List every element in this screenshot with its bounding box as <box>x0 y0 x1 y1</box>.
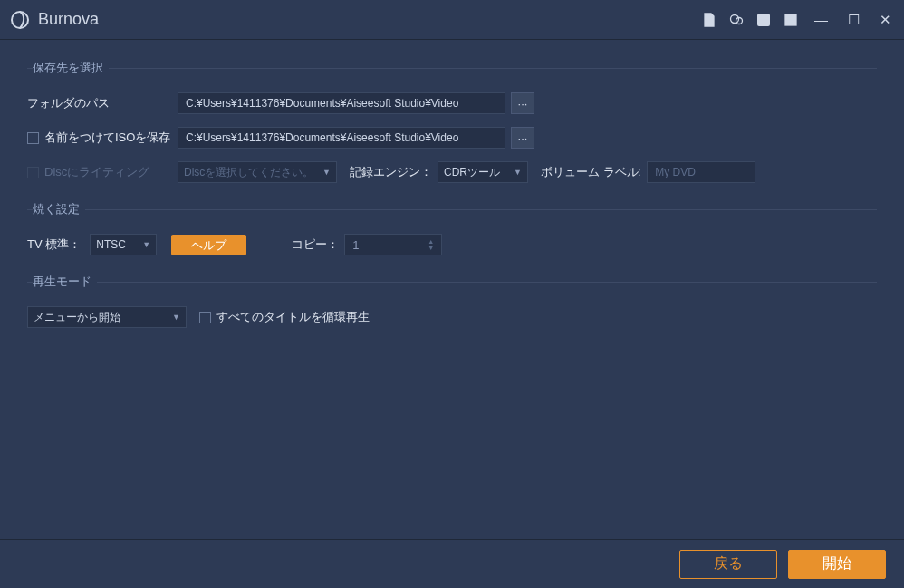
disc-select[interactable]: Discを選択してください。 ▼ <box>178 161 337 183</box>
menu-icon[interactable] <box>784 13 798 27</box>
titlebar-actions: — ☐ ✕ <box>702 13 895 27</box>
logo: Burnova <box>9 9 99 31</box>
disc-write-label: Discにライティング <box>44 164 149 180</box>
copy-value: 1 <box>352 238 359 252</box>
play-mode-value: メニューから開始 <box>34 310 120 325</box>
start-button[interactable]: 開始 <box>788 550 886 579</box>
chevron-down-icon: ▼ <box>514 168 522 177</box>
rec-engine-select[interactable]: CDRツール ▼ <box>438 161 528 183</box>
save-iso-browse-button[interactable]: ··· <box>511 127 534 149</box>
rec-engine-value: CDRツール <box>444 165 500 180</box>
section-save-destination: 保存先を選択 フォルダのパス ··· 名前をつけてISOを保存 ··· Disc… <box>27 60 877 183</box>
loop-all-label: すべてのタイトルを循環再生 <box>216 309 370 325</box>
footer-bar: 戻る 開始 <box>0 539 904 588</box>
chevron-down-icon: ▼ <box>142 240 150 249</box>
chat-icon[interactable] <box>729 13 744 27</box>
facebook-icon[interactable] <box>756 13 771 27</box>
spinner-down-icon[interactable]: ▼ <box>428 245 434 251</box>
disc-write-checkbox[interactable] <box>27 167 39 178</box>
section-title-save: 保存先を選択 <box>33 60 109 76</box>
tv-standard-label: TV 標準： <box>27 236 81 253</box>
close-button[interactable]: ✕ <box>876 13 895 26</box>
document-icon[interactable] <box>702 13 716 27</box>
maximize-button[interactable]: ☐ <box>844 13 863 26</box>
save-iso-checkbox[interactable] <box>27 132 39 144</box>
loop-all-checkbox[interactable] <box>199 312 211 323</box>
app-title: Burnova <box>38 10 99 29</box>
chevron-down-icon: ▼ <box>322 168 331 177</box>
app-logo-icon <box>9 9 31 31</box>
spinner-up-icon[interactable]: ▲ <box>428 238 434 245</box>
minimize-button[interactable]: — <box>811 13 832 26</box>
save-iso-path-input[interactable] <box>178 127 505 149</box>
play-mode-select[interactable]: メニューから開始 ▼ <box>27 306 187 328</box>
folder-path-input[interactable] <box>178 92 505 114</box>
section-title-playmode: 再生モード <box>33 274 97 290</box>
rec-engine-label: 記録エンジン： <box>350 164 432 180</box>
folder-path-label: フォルダのパス <box>27 95 172 111</box>
svg-point-0 <box>12 12 28 28</box>
section-title-burn: 焼く設定 <box>33 201 85 217</box>
help-button[interactable]: ヘルプ <box>171 235 246 255</box>
volume-label-label: ボリューム ラベル: <box>541 164 641 180</box>
chevron-down-icon: ▼ <box>172 313 180 322</box>
back-button[interactable]: 戻る <box>679 550 777 579</box>
folder-path-browse-button[interactable]: ··· <box>511 92 534 114</box>
title-bar: Burnova — ☐ ✕ <box>0 0 904 40</box>
section-burn-settings: 焼く設定 TV 標準： NTSC ▼ ヘルプ コピー： 1 ▲▼ <box>27 201 877 255</box>
volume-label-input[interactable] <box>647 161 755 183</box>
svg-point-1 <box>731 14 739 23</box>
save-iso-label: 名前をつけてISOを保存 <box>44 130 170 146</box>
disc-select-value: Discを選択してください。 <box>184 165 313 180</box>
copy-label: コピー： <box>292 236 339 253</box>
copy-spinner[interactable]: 1 ▲▼ <box>344 234 442 255</box>
tv-standard-select[interactable]: NTSC ▼ <box>90 234 157 255</box>
tv-standard-value: NTSC <box>96 238 126 251</box>
section-play-mode: 再生モード メニューから開始 ▼ すべてのタイトルを循環再生 <box>27 274 877 328</box>
